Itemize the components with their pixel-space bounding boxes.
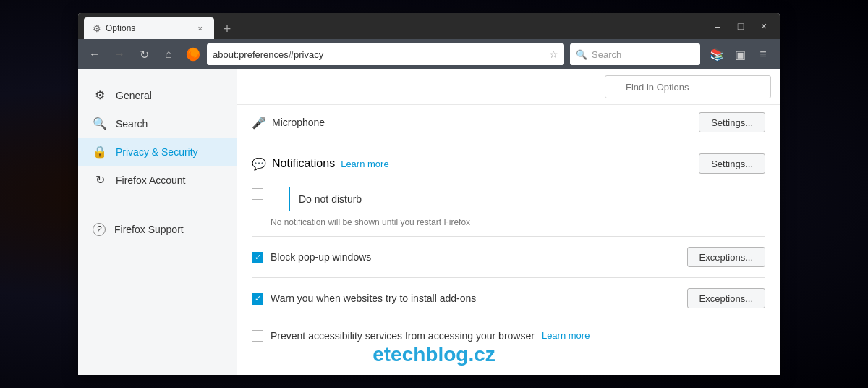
sidebar-item-support[interactable]: ? Firefox Support bbox=[78, 216, 237, 243]
new-tab-button[interactable]: + bbox=[217, 19, 237, 39]
privacy-icon: 🔒 bbox=[93, 145, 107, 159]
browser-window: ⚙ Options × + – □ × ← → ↻ ⌂ about:prefer… bbox=[78, 13, 780, 375]
warn-addons-exceptions-button[interactable]: Exceptions... bbox=[687, 288, 765, 308]
sidebar-toggle-icon[interactable]: ▣ bbox=[729, 43, 751, 65]
search-bar[interactable]: 🔍 Search bbox=[570, 43, 700, 65]
tab-area: ⚙ Options × + bbox=[84, 13, 707, 39]
block-popups-left: Block pop-up windows bbox=[252, 251, 678, 263]
bookmark-icon[interactable]: ☆ bbox=[549, 48, 558, 60]
search-bar-icon: 🔍 bbox=[576, 49, 587, 60]
find-bar: 🔍 bbox=[237, 69, 780, 105]
sidebar-item-label-privacy: Privacy & Security bbox=[116, 146, 198, 158]
content-area: ⚙ General 🔍 Search 🔒 Privacy & Security … bbox=[78, 69, 780, 375]
separator-4 bbox=[252, 319, 765, 319]
notifications-learn-more[interactable]: Learn more bbox=[341, 159, 388, 169]
library-icon[interactable]: 📚 bbox=[706, 43, 728, 65]
home-button[interactable]: ⌂ bbox=[158, 43, 179, 65]
dnd-subtext: No notification will be shown until you … bbox=[271, 217, 765, 227]
dnd-label: Do not disturb bbox=[299, 193, 756, 205]
block-popups-exceptions-button[interactable]: Exceptions... bbox=[687, 247, 765, 267]
sidebar-bottom: ? Firefox Support bbox=[78, 194, 237, 243]
tab-close-button[interactable]: × bbox=[195, 22, 205, 34]
accessibility-checkbox[interactable] bbox=[252, 330, 263, 342]
microphone-row: 🎤 Microphone Settings... bbox=[252, 105, 765, 140]
address-text: about:preferences#privacy bbox=[213, 49, 545, 60]
refresh-button[interactable]: ↻ bbox=[133, 43, 155, 65]
sidebar-item-label-support: Firefox Support bbox=[114, 224, 184, 235]
back-button[interactable]: ← bbox=[84, 43, 106, 65]
find-input[interactable] bbox=[605, 75, 771, 98]
sidebar-item-search[interactable]: 🔍 Search bbox=[78, 109, 237, 138]
settings-section: 🎤 Microphone Settings... 💬 Notifications… bbox=[237, 105, 780, 363]
warn-addons-left: Warn you when websites try to install ad… bbox=[252, 292, 678, 305]
accessibility-left: Prevent accessibility services from acce… bbox=[252, 329, 765, 342]
sidebar-item-privacy[interactable]: 🔒 Privacy & Security bbox=[78, 138, 237, 166]
block-popups-checkbox[interactable] bbox=[252, 252, 263, 263]
block-popups-row: Block pop-up windows Exceptions... bbox=[252, 240, 765, 274]
microphone-icon: 🎤 bbox=[252, 116, 266, 130]
tab-title: Options bbox=[106, 23, 135, 33]
warn-addons-checkbox[interactable] bbox=[252, 293, 263, 305]
toolbar-icons: 📚 ▣ ≡ bbox=[706, 43, 774, 65]
forward-button[interactable]: → bbox=[109, 43, 130, 65]
address-bar[interactable]: about:preferences#privacy ☆ bbox=[207, 43, 564, 65]
window-controls: – □ × bbox=[707, 16, 774, 36]
dnd-box: Do not disturb bbox=[289, 187, 765, 211]
microphone-text: Microphone bbox=[272, 117, 325, 128]
sidebar-item-account[interactable]: ↻ Firefox Account bbox=[78, 166, 237, 194]
notifications-icon: 💬 bbox=[252, 157, 266, 171]
sidebar: ⚙ General 🔍 Search 🔒 Privacy & Security … bbox=[78, 69, 237, 375]
separator-2 bbox=[252, 236, 765, 237]
general-icon: ⚙ bbox=[93, 88, 107, 102]
minimize-button[interactable]: – bbox=[707, 16, 728, 36]
find-input-wrapper: 🔍 bbox=[605, 75, 771, 98]
close-button[interactable]: × bbox=[754, 16, 774, 36]
search-bar-placeholder: Search bbox=[592, 49, 621, 60]
support-icon: ? bbox=[93, 223, 106, 236]
title-bar: ⚙ Options × + – □ × bbox=[78, 13, 780, 39]
block-popups-label: Block pop-up windows bbox=[271, 251, 371, 263]
account-icon: ↻ bbox=[93, 173, 107, 187]
sidebar-item-general[interactable]: ⚙ General bbox=[78, 81, 237, 109]
microphone-label: 🎤 Microphone bbox=[252, 116, 690, 130]
app-menu-icon[interactable]: ≡ bbox=[752, 43, 774, 65]
accessibility-learn-more[interactable]: Learn more bbox=[542, 330, 590, 341]
dnd-checkbox[interactable] bbox=[252, 188, 263, 200]
notifications-settings-button[interactable]: Settings... bbox=[699, 153, 765, 174]
sidebar-item-label-account: Firefox Account bbox=[116, 174, 186, 186]
notifications-text: Notifications bbox=[272, 157, 335, 170]
warn-addons-label: Warn you when websites try to install ad… bbox=[271, 292, 476, 304]
notifications-row: 💬 Notifications Learn more Settings... bbox=[252, 146, 765, 181]
search-icon: 🔍 bbox=[93, 117, 107, 130]
options-tab[interactable]: ⚙ Options × bbox=[84, 17, 214, 39]
sidebar-item-label-search: Search bbox=[116, 118, 148, 130]
dnd-row: Do not disturb bbox=[252, 184, 765, 214]
dnd-section: Do not disturb No notification will be s… bbox=[252, 181, 765, 233]
toolbar: ← → ↻ ⌂ about:preferences#privacy ☆ 🔍 Se… bbox=[78, 39, 780, 69]
accessibility-label: Prevent accessibility services from acce… bbox=[271, 330, 535, 342]
tab-settings-icon: ⚙ bbox=[93, 23, 101, 34]
firefox-logo bbox=[185, 46, 201, 62]
accessibility-row: Prevent accessibility services from acce… bbox=[252, 322, 765, 349]
separator-1 bbox=[252, 143, 765, 143]
separator-3 bbox=[252, 277, 765, 278]
microphone-settings-button[interactable]: Settings... bbox=[699, 112, 765, 132]
main-content: 🔍 🎤 Microphone Settings... bbox=[237, 69, 780, 375]
sidebar-item-label-general: General bbox=[116, 90, 152, 101]
maximize-button[interactable]: □ bbox=[731, 16, 751, 36]
warn-addons-row: Warn you when websites try to install ad… bbox=[252, 281, 765, 316]
notifications-left: 💬 Notifications Learn more bbox=[252, 157, 690, 171]
